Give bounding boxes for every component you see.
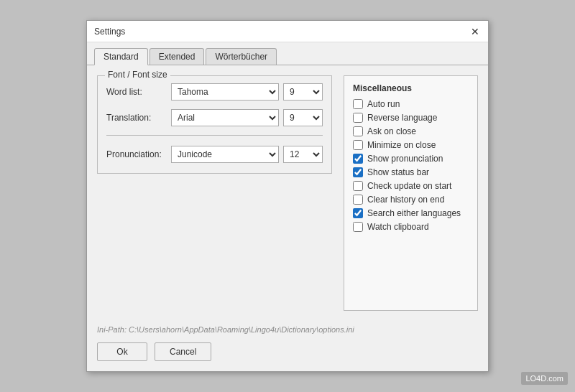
reverse-language-checkbox[interactable] <box>353 113 363 123</box>
show-status-bar-checkbox[interactable] <box>353 167 363 177</box>
word-list-size-select[interactable]: 8 9 10 11 12 <box>283 83 323 101</box>
reverse-language-label[interactable]: Reverse language <box>367 113 437 123</box>
misc-title: Miscellaneous <box>353 83 469 93</box>
search-either-label[interactable]: Search either languages <box>367 208 461 218</box>
content-area: Font / Font size Word list: Tahoma Arial… <box>87 65 488 321</box>
ask-on-close-checkbox[interactable] <box>353 126 363 136</box>
font-group-title: Font / Font size <box>105 70 170 80</box>
show-pronunciation-label[interactable]: Show pronunciation <box>367 154 443 164</box>
show-pronunciation-checkbox[interactable] <box>353 154 363 164</box>
checkbox-show-pronunciation: Show pronunciation <box>353 154 469 164</box>
ini-path: Ini-Path: C:\Users\ahorn\AppData\Roaming… <box>87 321 488 337</box>
tab-bar: Standard Extended Wörterbücher <box>87 42 488 65</box>
search-either-checkbox[interactable] <box>353 208 363 218</box>
checkbox-clear-history: Clear history on end <box>353 195 469 205</box>
ok-button[interactable]: Ok <box>97 342 147 361</box>
translation-size-select[interactable]: 8 9 10 11 12 <box>283 109 323 126</box>
pronunciation-font-select[interactable]: Junicode Arial Tahoma Courier New Times … <box>171 146 279 163</box>
translation-label: Translation: <box>106 113 171 123</box>
window-title: Settings <box>94 27 125 37</box>
checkbox-ask-on-close: Ask on close <box>353 126 469 136</box>
close-button[interactable]: ✕ <box>469 27 481 37</box>
settings-window: Settings ✕ Standard Extended Wörterbüche… <box>86 20 489 372</box>
checkbox-search-either: Search either languages <box>353 208 469 218</box>
tab-extended[interactable]: Extended <box>150 48 205 65</box>
button-bar: Ok Cancel <box>87 337 488 371</box>
show-status-bar-label[interactable]: Show status bar <box>367 167 429 177</box>
clear-history-checkbox[interactable] <box>353 195 363 205</box>
watch-clipboard-checkbox[interactable] <box>353 222 363 232</box>
checkbox-watch-clipboard: Watch clipboard <box>353 222 469 232</box>
font-group: Font / Font size Word list: Tahoma Arial… <box>97 75 332 174</box>
translation-font-select[interactable]: Arial Tahoma Junicode Courier New Times … <box>171 109 279 126</box>
checkbox-reverse-language: Reverse language <box>353 113 469 123</box>
checkbox-minimize-on-close: Minimize on close <box>353 140 469 150</box>
word-list-label: Word list: <box>106 87 171 97</box>
cancel-button[interactable]: Cancel <box>155 342 211 361</box>
check-update-checkbox[interactable] <box>353 181 363 191</box>
word-list-font-select[interactable]: Tahoma Arial Junicode Courier New Times … <box>171 83 279 101</box>
translation-row: Translation: Arial Tahoma Junicode Couri… <box>106 109 323 126</box>
checkbox-check-update: Check update on start <box>353 181 469 191</box>
ask-on-close-label[interactable]: Ask on close <box>367 126 416 136</box>
word-list-selects: Tahoma Arial Junicode Courier New Times … <box>171 83 323 101</box>
misc-panel: Miscellaneous Auto run Reverse language … <box>344 75 478 311</box>
pronunciation-selects: Junicode Arial Tahoma Courier New Times … <box>171 146 323 163</box>
checkbox-auto-run: Auto run <box>353 99 469 109</box>
auto-run-checkbox[interactable] <box>353 99 363 109</box>
tab-woerterbuecher[interactable]: Wörterbücher <box>206 48 277 65</box>
word-list-row: Word list: Tahoma Arial Junicode Courier… <box>106 83 323 101</box>
tab-standard[interactable]: Standard <box>94 48 148 65</box>
left-panel: Font / Font size Word list: Tahoma Arial… <box>97 75 332 311</box>
pronunciation-row: Pronunciation: Junicode Arial Tahoma Cou… <box>106 146 323 163</box>
minimize-on-close-label[interactable]: Minimize on close <box>367 140 436 150</box>
clear-history-label[interactable]: Clear history on end <box>367 195 444 205</box>
checkbox-show-status-bar: Show status bar <box>353 167 469 177</box>
check-update-label[interactable]: Check update on start <box>367 181 451 191</box>
auto-run-label[interactable]: Auto run <box>367 99 400 109</box>
pronunciation-label: Pronunciation: <box>106 149 171 159</box>
watermark: LO4D.com <box>521 372 568 385</box>
pronunciation-size-select[interactable]: 8 9 10 11 12 <box>283 146 323 163</box>
watch-clipboard-label[interactable]: Watch clipboard <box>367 222 429 232</box>
title-bar: Settings ✕ <box>87 21 488 42</box>
divider <box>106 135 323 136</box>
minimize-on-close-checkbox[interactable] <box>353 140 363 150</box>
translation-selects: Arial Tahoma Junicode Courier New Times … <box>171 109 323 126</box>
